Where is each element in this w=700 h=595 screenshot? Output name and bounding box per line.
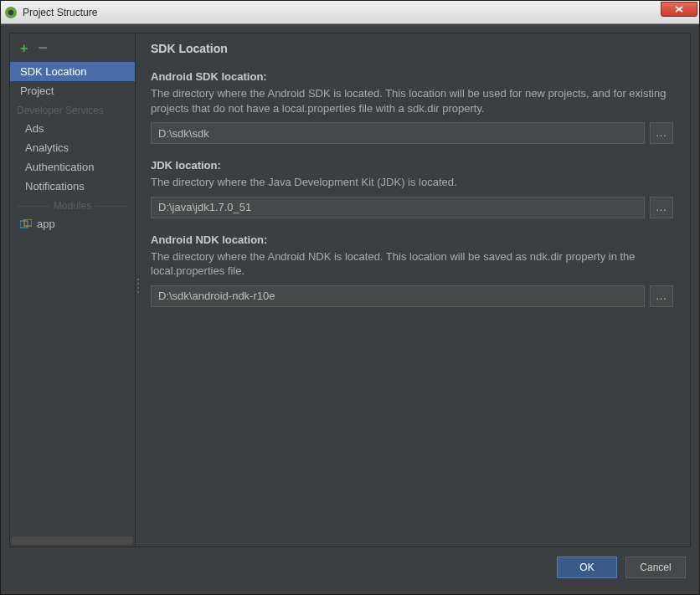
splitter-grip[interactable] (136, 276, 141, 300)
window-close-button[interactable] (661, 2, 697, 17)
sidebar-item-module-app[interactable]: app (10, 214, 135, 233)
titlebar: Project Structure (1, 1, 699, 24)
android-sdk-title: Android SDK location: (151, 70, 673, 83)
module-label: app (37, 218, 55, 230)
section-android-ndk: Android NDK location: The directory wher… (151, 233, 673, 307)
sidebar-scrollbar[interactable] (12, 536, 133, 545)
section-jdk: JDK location: The directory where the Ja… (151, 159, 673, 218)
project-structure-window: Project Structure + − SDK Location Proje… (0, 0, 700, 595)
jdk-path-input[interactable] (151, 197, 645, 218)
dialog-body: + − SDK Location Project Developer Servi… (1, 24, 699, 594)
sidebar-tools: + − (10, 33, 135, 62)
sidebar-header-developer-services: Developer Services (10, 100, 135, 119)
ok-button[interactable]: OK (557, 557, 617, 578)
svg-point-1 (8, 9, 13, 14)
main-row: + − SDK Location Project Developer Servi… (9, 33, 691, 547)
android-sdk-browse-button[interactable]: ... (650, 122, 673, 144)
sidebar-list: SDK Location Project Developer Services … (10, 62, 135, 536)
sidebar-item-notifications[interactable]: Notifications (10, 177, 135, 196)
svg-rect-2 (10, 7, 12, 10)
sidebar-item-sdk-location[interactable]: SDK Location (10, 62, 135, 81)
section-android-sdk: Android SDK location: The directory wher… (151, 70, 673, 144)
sidebar-item-project[interactable]: Project (10, 81, 135, 100)
android-ndk-browse-button[interactable]: ... (650, 285, 673, 307)
sidebar-item-authentication[interactable]: Authentication (10, 157, 135, 177)
sidebar-item-analytics[interactable]: Analytics (10, 138, 135, 157)
window-title: Project Structure (23, 7, 97, 18)
cancel-button[interactable]: Cancel (625, 557, 686, 578)
android-sdk-path-input[interactable] (151, 122, 645, 144)
android-sdk-desc: The directory where the Android SDK is l… (151, 86, 673, 115)
android-ndk-desc: The directory where the Android NDK is l… (151, 249, 673, 279)
android-ndk-title: Android NDK location: (151, 233, 673, 246)
sidebar: + − SDK Location Project Developer Servi… (10, 33, 136, 546)
sidebar-item-ads[interactable]: Ads (10, 119, 135, 138)
module-icon (20, 219, 32, 229)
android-ndk-path-input[interactable] (151, 285, 645, 307)
dialog-footer: OK Cancel (9, 547, 691, 587)
android-studio-icon (4, 6, 18, 19)
add-icon[interactable]: + (20, 42, 28, 55)
jdk-title: JDK location: (151, 159, 673, 172)
content-pane: SDK Location Android SDK location: The d… (136, 33, 690, 546)
sidebar-header-modules: Modules (10, 196, 135, 214)
jdk-desc: The directory where the Java Development… (151, 175, 673, 190)
jdk-browse-button[interactable]: ... (650, 197, 673, 218)
page-title: SDK Location (151, 42, 673, 55)
remove-icon[interactable]: − (38, 39, 48, 56)
